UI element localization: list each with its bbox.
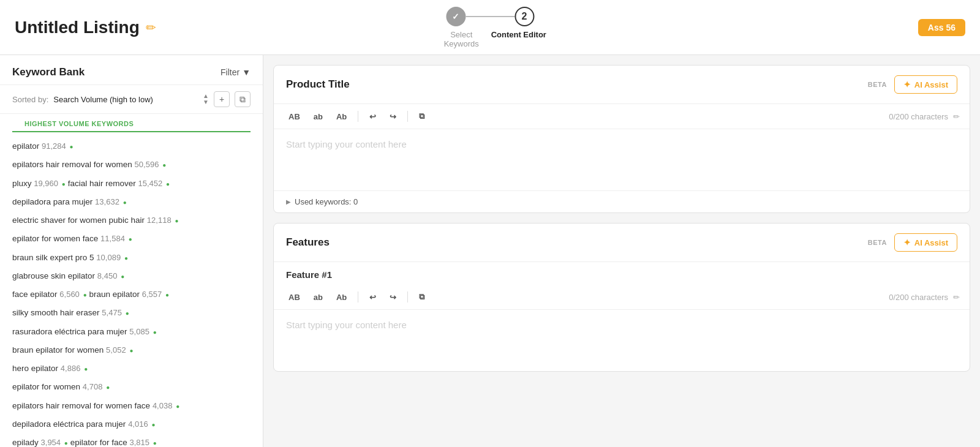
highest-volume-label: HIGHEST VOLUME KEYWORDS: [12, 114, 251, 132]
toolbar-divider-1: [358, 111, 358, 122]
ass-badge: Ass 56: [918, 19, 965, 36]
step-1-label[interactable]: Select Keywords: [432, 30, 490, 48]
content-area: Product Title BETA ✦ AI Assist AB ab Ab …: [263, 55, 980, 447]
features-ai-assist-label: AI Assist: [914, 238, 948, 247]
feature-1-placeholder: Start typing your content here: [286, 320, 407, 330]
top-header: Untitled Listing ✏ ✓ 2 Select Keywords C…: [0, 0, 980, 55]
product-title-ai-assist-button[interactable]: ✦ AI Assist: [894, 75, 957, 94]
list-item: depiladora eléctrica para mujer 4,016 ●: [12, 415, 251, 434]
sort-arrow-icon[interactable]: ▲ ▼: [203, 93, 209, 105]
sidebar-header: Keyword Bank Filter ▼: [0, 55, 263, 85]
capitalize-button[interactable]: Ab: [331, 110, 352, 124]
used-keywords-label: Used keywords: 0: [295, 197, 358, 206]
step-1-circle[interactable]: ✓: [446, 7, 466, 26]
feature-1-toolbar: AB ab Ab ↩ ↪ ⧉ 0/200 characters ✏: [274, 285, 970, 310]
list-item: rasuradora eléctrica para mujer 5,085 ●: [12, 323, 251, 341]
step-2-circle[interactable]: 2: [514, 7, 534, 26]
redo-button[interactable]: ↪: [385, 110, 401, 124]
list-item: electric shaver for women pubic hair 12,…: [12, 211, 251, 230]
feature-copy-button[interactable]: ⧉: [414, 290, 429, 304]
sort-row: Sorted by: Search Volume (high to low) ▲…: [0, 85, 263, 114]
features-beta-badge: BETA: [868, 239, 887, 246]
feature-edit-pencil-icon[interactable]: ✏: [953, 293, 960, 302]
used-keywords-arrow-icon: ▶: [286, 198, 291, 205]
product-title-label: Product Title: [286, 78, 350, 91]
product-title-char-count: 0/200 characters ✏: [889, 112, 960, 121]
char-count-value: 0/200 characters: [889, 112, 948, 121]
stepper-track: ✓ 2: [446, 7, 534, 26]
features-ai-assist-button[interactable]: ✦ AI Assist: [894, 233, 957, 252]
toolbar-divider-2: [407, 111, 408, 122]
filter-button[interactable]: Filter ▼: [221, 67, 251, 77]
feature-1-char-count: 0/200 characters ✏: [889, 293, 960, 302]
list-item: epilator 91,284 ●: [12, 137, 251, 156]
step-2-label[interactable]: Content Editor: [490, 30, 548, 48]
feature-toolbar-divider-2: [407, 291, 408, 302]
page-title: Untitled Listing: [15, 18, 140, 37]
lowercase-button[interactable]: ab: [309, 110, 328, 124]
features-ai-icon: ✦: [903, 238, 911, 247]
feature-redo-button[interactable]: ↪: [385, 290, 401, 304]
list-item: epilators hair removal for women face 4,…: [12, 397, 251, 415]
list-item: braun silk expert pro 5 10,089 ●: [12, 249, 251, 267]
title-area: Untitled Listing ✏: [15, 18, 156, 37]
feature-lowercase-button[interactable]: ab: [309, 290, 328, 304]
product-title-header-right: BETA ✦ AI Assist: [868, 75, 957, 94]
product-title-beta-badge: BETA: [868, 81, 887, 88]
list-item: glabrouse skin epilator 8,450 ●: [12, 267, 251, 285]
product-title-toolbar: AB ab Ab ↩ ↪ ⧉ 0/200 characters ✏: [274, 104, 970, 129]
sidebar-title: Keyword Bank: [12, 66, 85, 78]
used-keywords-bar[interactable]: ▶ Used keywords: 0: [274, 190, 970, 212]
features-title-label: Features: [286, 236, 330, 249]
feature-1-title: Feature #1: [286, 269, 957, 280]
edit-title-icon[interactable]: ✏: [146, 20, 156, 35]
feature-1-editor[interactable]: Start typing your content here: [274, 310, 970, 371]
undo-button[interactable]: ↩: [364, 110, 381, 124]
list-item: pluxy 19,960 ● facial hair remover 15,45…: [12, 175, 251, 193]
feature-uppercase-button[interactable]: AB: [284, 290, 305, 304]
feature-toolbar-divider-1: [358, 291, 358, 302]
list-item: epilator for women face 11,584 ●: [12, 230, 251, 248]
edit-pencil-icon[interactable]: ✏: [953, 112, 960, 121]
list-item: hero epilator 4,886 ●: [12, 359, 251, 378]
copy-button[interactable]: ⧉: [414, 109, 429, 124]
features-header: Features BETA ✦ AI Assist: [274, 224, 970, 262]
product-title-header: Product Title BETA ✦ AI Assist: [274, 66, 970, 104]
add-keyword-button[interactable]: +: [214, 91, 230, 107]
copy-keywords-button[interactable]: ⧉: [235, 91, 251, 107]
feature-undo-button[interactable]: ↩: [364, 290, 381, 304]
feature-1-section: Feature #1: [274, 262, 970, 280]
stepper: ✓ 2 Select Keywords Content Editor: [432, 7, 547, 48]
list-item: epilady 3,954 ● epilator for face 3,815 …: [12, 434, 251, 447]
product-title-placeholder: Start typing your content here: [286, 139, 407, 149]
keyword-list: epilator 91,284 ● epilators hair removal…: [0, 132, 263, 447]
ai-assist-label: AI Assist: [914, 80, 948, 89]
list-item: epilators hair removal for women 50,596 …: [12, 156, 251, 174]
list-item: depiladora para mujer 13,632 ●: [12, 193, 251, 211]
feature-capitalize-button[interactable]: Ab: [331, 290, 352, 304]
main-layout: Keyword Bank Filter ▼ Sorted by: Search …: [0, 55, 980, 447]
stepper-labels: Select Keywords Content Editor: [432, 30, 547, 48]
product-title-card: Product Title BETA ✦ AI Assist AB ab Ab …: [273, 65, 970, 213]
filter-label: Filter: [221, 67, 239, 77]
ai-assist-icon: ✦: [903, 80, 911, 89]
product-title-editor[interactable]: Start typing your content here: [274, 129, 970, 190]
filter-dropdown-icon: ▼: [242, 67, 251, 77]
list-item: face epilator 6,560 ● braun epilator 6,5…: [12, 285, 251, 304]
sort-by-label: Sorted by:: [12, 95, 48, 104]
sort-value: Search Volume (high to low): [53, 95, 198, 104]
keyword-bank-sidebar: Keyword Bank Filter ▼ Sorted by: Search …: [0, 55, 263, 447]
uppercase-button[interactable]: AB: [284, 110, 305, 124]
features-card: Features BETA ✦ AI Assist Feature #1 AB …: [273, 223, 970, 372]
list-item: epilator for women 4,708 ●: [12, 378, 251, 396]
step-line: [466, 16, 514, 17]
list-item: silky smooth hair eraser 5,475 ●: [12, 304, 251, 322]
list-item: braun epilator for women 5,052 ●: [12, 341, 251, 359]
features-header-right: BETA ✦ AI Assist: [868, 233, 957, 252]
feature-char-count-value: 0/200 characters: [889, 293, 948, 302]
